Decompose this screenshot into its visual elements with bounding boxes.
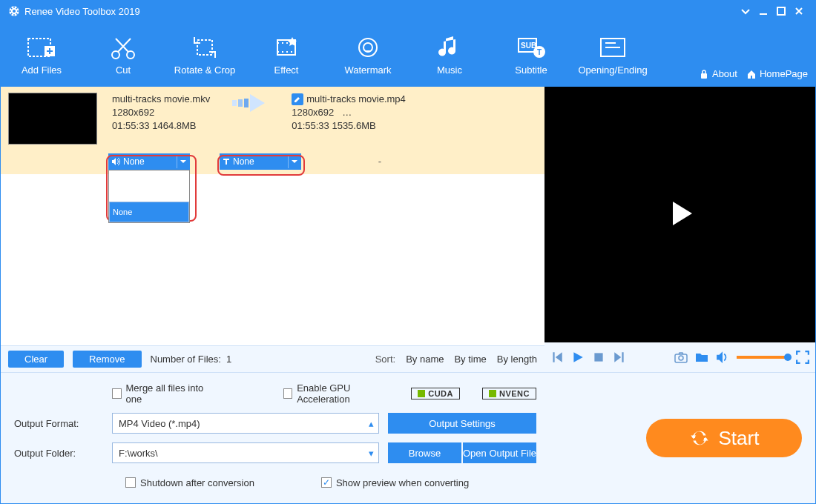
list-footer: Clear Remove Number of Files: 1 Sort: By… [1,345,544,372]
refresh-icon [689,428,710,448]
svg-rect-16 [701,73,707,79]
source-meta: multi-tracks movie.mkv 1280x692 01:55:33… [112,93,210,133]
subtitle-label: Subtitle [515,64,547,76]
browse-button[interactable]: Browse [388,442,461,463]
music-button[interactable]: Music [416,33,483,76]
arrow-icon [232,93,269,113]
output-folder-label: Output Folder: [14,448,103,459]
svg-rect-18 [238,99,243,107]
svg-rect-2 [777,7,785,15]
dash: - [378,156,381,167]
svg-point-9 [359,39,377,56]
prev-button[interactable] [550,351,564,364]
stop-button[interactable] [592,351,605,364]
sort-by-length[interactable]: By length [497,354,537,365]
sort-by-name[interactable]: By name [406,354,444,365]
watermark-button[interactable]: Watermark [335,33,401,76]
text-icon [223,158,230,165]
thumbnail [8,93,97,145]
opening-label: Opening/Ending [578,64,647,76]
audio-option[interactable]: chi, (AAC Stereo) [109,181,189,191]
merge-checkbox[interactable]: Merge all files into one [112,382,207,405]
home-icon [746,69,757,79]
svg-point-1 [13,10,16,13]
file-count-label: Number of Files: 1 [151,354,232,365]
clear-button[interactable]: Clear [8,351,64,368]
titlebar: Renee Video Toolbox 2019 [1,1,815,21]
cuda-badge: CUDA [411,388,460,399]
svg-rect-17 [232,100,237,106]
rotate-label: Rotate & Crop [174,64,235,76]
shutdown-checkbox[interactable]: Shutdown after conversion [125,477,254,488]
cut-button[interactable]: Cut [90,33,157,76]
volume-icon[interactable] [716,351,729,364]
app-title: Renee Video Toolbox 2019 [24,6,737,17]
output-format-label: Output Format: [14,418,103,429]
music-label: Music [437,64,462,76]
open-folder-button[interactable] [695,351,708,364]
maximize-button[interactable] [772,2,790,20]
add-files-label: Add Files [22,64,62,76]
effect-button[interactable]: Effect [253,33,320,76]
show-preview-checkbox[interactable]: Show preview when converting [321,477,469,488]
fullscreen-button[interactable] [796,351,809,364]
bottom-panel: Merge all files into one Enable GPU Acce… [1,372,815,503]
watermark-label: Watermark [344,64,391,76]
svg-point-22 [679,356,683,360]
gpu-checkbox[interactable]: Enable GPU Acceleration [283,382,389,405]
svg-point-6 [127,51,134,59]
start-button[interactable]: Start [646,419,802,457]
subtitle-button[interactable]: SUBT Subtitle [498,33,565,76]
toolbar: Add Files Cut Rotate & Crop Effect Water… [1,21,815,87]
svg-text:SUB: SUB [521,42,536,50]
subtitle-track-dropdown[interactable]: None [220,153,301,170]
play-button[interactable] [571,351,585,364]
preview-screen[interactable] [544,87,815,342]
sort-label: Sort: [375,354,395,365]
svg-rect-19 [244,99,249,107]
output-settings-button[interactable]: Output Settings [388,413,536,434]
effect-label: Effect [274,64,298,76]
open-output-button[interactable]: Open Output File [463,442,536,463]
minimize-button[interactable] [754,2,772,20]
audio-option[interactable]: jpn, jpn, (AAC Stereo)(AAC Stereo) [109,170,189,181]
edit-icon[interactable] [292,93,303,105]
rotate-crop-button[interactable]: Rotate & Crop [171,33,238,76]
add-files-button[interactable]: Add Files [8,33,75,76]
speaker-icon [111,157,120,166]
output-format-select[interactable]: MP4 Video (*.mp4)▴ [112,413,379,434]
close-button[interactable] [790,2,808,20]
output-meta: multi-tracks movie.mp4 1280x692 … 01:55:… [292,93,406,133]
homepage-link[interactable]: HomePage [746,68,808,79]
audio-track-dropdown[interactable]: None jpn, jpn, (AAC Stereo)(AAC Stereo) … [108,153,190,170]
volume-slider[interactable] [737,356,789,359]
svg-rect-20 [594,353,602,361]
snapshot-button[interactable] [674,351,688,364]
cut-label: Cut [116,64,131,76]
audio-option[interactable]: chi, (AAC Stereo) [109,191,189,202]
style-button[interactable] [737,2,754,20]
app-logo-icon [8,5,20,17]
preview-controls [544,342,815,372]
audio-track-options: jpn, jpn, (AAC Stereo)(AAC Stereo) chi, … [108,170,190,223]
about-link[interactable]: About [699,68,737,79]
play-overlay-icon [664,197,697,233]
remove-button[interactable]: Remove [73,351,141,368]
file-list: multi-tracks movie.mkv 1280x692 01:55:33… [1,87,544,372]
lock-icon [699,69,709,79]
nvenc-badge: NVENC [482,388,536,399]
sort-by-time[interactable]: By time [454,354,486,365]
next-button[interactable] [613,351,626,364]
svg-text:T: T [537,48,542,56]
output-folder-select[interactable]: F:\works\▾ [112,442,379,463]
file-row[interactable]: multi-tracks movie.mkv 1280x692 01:55:33… [1,87,544,176]
opening-ending-button[interactable]: Opening/Ending [579,33,646,76]
audio-option[interactable]: None [109,202,189,222]
svg-point-5 [112,51,119,59]
preview-panel [544,87,815,372]
